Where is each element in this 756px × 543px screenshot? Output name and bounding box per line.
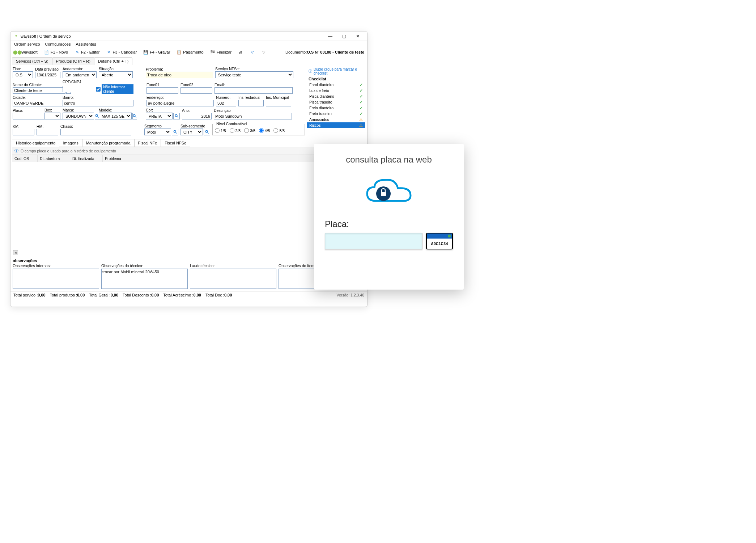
tab-fiscal-nfe[interactable]: Fiscal NFe <box>134 139 161 147</box>
filter2-button[interactable]: ▽ <box>260 49 268 55</box>
fuel-3-5[interactable]: 3/5 <box>244 128 255 133</box>
bairro-input[interactable] <box>63 100 133 106</box>
ins-estadual-input[interactable] <box>238 100 264 106</box>
svg-line-9 <box>177 117 178 118</box>
marca-select[interactable]: SUNDOWN <box>63 113 94 119</box>
sub-tabs: Historico equipamento Imagens Manutenção… <box>12 139 366 147</box>
andamento-select[interactable]: Em andamento <box>63 71 97 78</box>
search-subsegmento-button[interactable] <box>204 129 210 135</box>
tab-historico[interactable]: Historico equipamento <box>12 139 59 147</box>
hint-bar: ⓘO campo placa e usado para o histórico … <box>12 147 366 155</box>
history-grid[interactable]: Cod. OS Dt. abertura Dt. finalizada Prob… <box>12 155 366 256</box>
checklist-item[interactable]: Pisca traseiro✓ <box>307 99 365 105</box>
col-dt-abertura[interactable]: Dt. abertura <box>38 155 70 162</box>
filter-icon: ▽ <box>261 50 266 55</box>
tipo-select[interactable]: O.S <box>13 71 33 78</box>
col-cod-os[interactable]: Cod. OS <box>12 155 38 162</box>
fuel-5-5[interactable]: 5/5 <box>273 128 285 133</box>
problema-input[interactable] <box>146 72 213 78</box>
col-dt-finalizada[interactable]: Dt. finalizada <box>70 155 103 162</box>
brand-button[interactable]: ⬤⬤Wayssoft <box>13 49 39 55</box>
ano-input[interactable] <box>182 113 212 119</box>
endereco-input[interactable] <box>146 100 214 106</box>
obs-internas-textarea[interactable] <box>13 269 99 289</box>
tab-manutencao[interactable]: Manutenção programada <box>82 139 135 147</box>
minimize-button[interactable]: — <box>324 32 337 40</box>
laudo-textarea[interactable] <box>190 269 276 289</box>
version-label: Versão: 1.2.3.40 <box>337 293 364 297</box>
cor-select[interactable]: PRETA <box>146 113 173 119</box>
f2-editar-button[interactable]: ✎F2 - Editar <box>73 49 101 55</box>
hm-input[interactable] <box>37 129 58 135</box>
box-select[interactable] <box>44 113 60 119</box>
modelo-select[interactable]: MAX 125 SE <box>99 113 132 119</box>
tab-produtos[interactable]: Produtos (CTrl + R) <box>52 57 94 65</box>
checklist-hint: ⓘDuplo clique para marcar o checklist <box>307 67 365 76</box>
tab-imagens[interactable]: Imagens <box>59 139 82 147</box>
tab-servicos[interactable]: Serviços (Ctrl + S) <box>12 57 52 65</box>
chassi-input[interactable] <box>60 129 131 135</box>
popup-placa-input[interactable] <box>325 233 422 249</box>
finalizar-button[interactable]: 🏁Finalizar <box>209 49 233 55</box>
filter-button[interactable]: ▽ <box>248 49 256 55</box>
app-icon: ✦ <box>13 34 18 39</box>
menu-ordem-servico[interactable]: Ordem serviço <box>14 42 40 46</box>
checklist-item[interactable]: Luz de freio✓ <box>307 88 365 93</box>
menu-assistentes[interactable]: Assistentes <box>76 42 96 46</box>
close-button[interactable]: ✕ <box>351 32 364 40</box>
popup-placa-label: Placa: <box>325 219 453 229</box>
menu-configuracoes[interactable]: Configurações <box>45 42 71 46</box>
info-icon: ⓘ <box>309 69 312 74</box>
fuel-2-5[interactable]: 2/5 <box>230 128 241 133</box>
document-info: Documento:O.S Nº 00108 - Cliente de test… <box>285 50 364 54</box>
checklist-item[interactable]: Pisca dianteiro✓ <box>307 93 365 99</box>
nome-cliente-input[interactable] <box>13 87 65 94</box>
f4-gravar-button[interactable]: 💾F4 - Gravar <box>142 49 171 55</box>
search-cor-button[interactable] <box>173 113 180 119</box>
data-previsao-input[interactable] <box>35 72 60 78</box>
segmento-select[interactable]: Moto <box>144 129 171 135</box>
tab-fiscal-nfse[interactable]: Fiscal NFSe <box>161 139 190 147</box>
search-segmento-button[interactable] <box>172 129 178 135</box>
checklist-item[interactable]: Amassados⚠ <box>307 117 365 122</box>
filter-icon: ▽ <box>250 50 255 55</box>
plate-search-button[interactable]: A0C1C34 <box>426 233 453 249</box>
cpf-input[interactable] <box>63 86 95 92</box>
pagamento-button[interactable]: 📋Pagamento <box>175 49 205 55</box>
situacao-select[interactable]: Aberto <box>99 71 133 78</box>
ins-municipal-input[interactable] <box>266 100 291 106</box>
checklist-item[interactable]: Riscos⚠ <box>307 122 365 128</box>
f3-cancelar-button[interactable]: ✕F3 - Cancelar <box>105 49 138 55</box>
maximize-button[interactable]: ▢ <box>337 32 351 40</box>
print-button[interactable]: 🖨 <box>237 49 245 55</box>
svg-point-6 <box>133 114 135 117</box>
fone01-input[interactable] <box>146 87 178 94</box>
main-tabs: Serviços (Ctrl + S) Produtos (CTrl + R) … <box>10 57 367 65</box>
subsegmento-select[interactable]: CITY <box>180 129 203 135</box>
km-input[interactable] <box>13 129 34 135</box>
nfse-select[interactable]: Serviço teste <box>215 71 293 78</box>
svg-point-10 <box>174 130 176 132</box>
fuel-1-5[interactable]: 1/5 <box>215 128 226 133</box>
svg-line-7 <box>135 117 136 118</box>
cidade-input[interactable] <box>13 100 65 106</box>
titlebar: ✦ wayssoft | Ordem de serviço — ▢ ✕ <box>10 31 367 41</box>
fone02-input[interactable] <box>180 87 212 94</box>
checklist-panel: ⓘDuplo clique para marcar o checklist Ch… <box>307 67 365 135</box>
status-bar: Total servico :0,00 Total produtos :0,00… <box>10 291 367 299</box>
checklist-item[interactable]: Farol dianteiro✓ <box>307 82 365 88</box>
tab-detalhe[interactable]: Detalhe (Ctrl + T) <box>94 57 132 65</box>
scroll-left-button[interactable]: ◄ <box>13 250 18 255</box>
f1-novo-button[interactable]: 📄F1 - Novo <box>43 49 69 55</box>
numero-input[interactable] <box>216 100 236 106</box>
search-modelo-button[interactable] <box>132 113 137 119</box>
checklist-item[interactable]: Freio dianteiro✓ <box>307 105 365 111</box>
email-input[interactable] <box>215 87 293 94</box>
svg-line-11 <box>175 132 177 134</box>
obs-tecnico-textarea[interactable] <box>101 269 188 289</box>
nao-informar-checkbox[interactable] <box>96 87 101 92</box>
toolbar: ⬤⬤Wayssoft 📄F1 - Novo ✎F2 - Editar ✕F3 -… <box>10 47 367 57</box>
descricao-input[interactable] <box>214 113 292 119</box>
fuel-4-5[interactable]: 4/5 <box>259 128 270 133</box>
checklist-item[interactable]: Freio traseiro✓ <box>307 111 365 117</box>
